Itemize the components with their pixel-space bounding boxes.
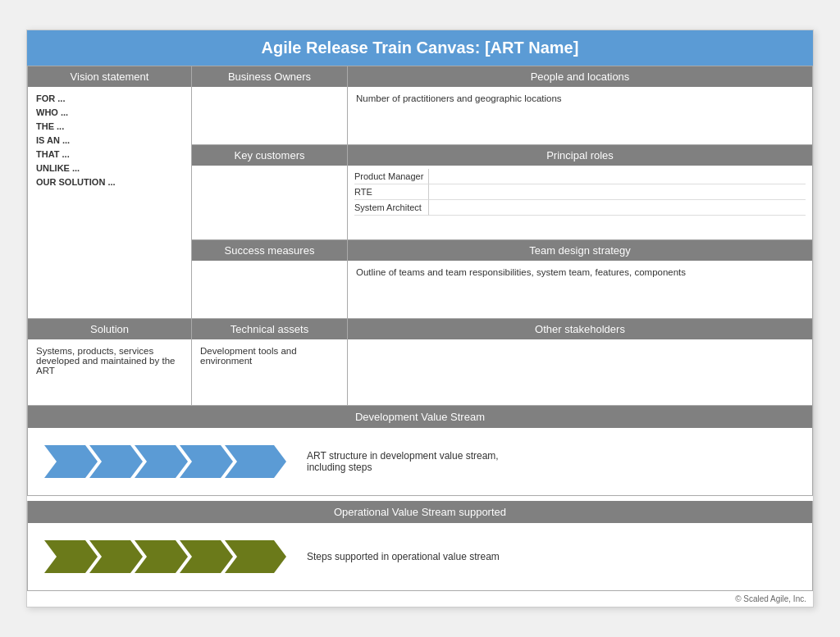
team-design-section: Team design strategy Outline of teams an… <box>348 240 812 319</box>
people-locations-section: People and locations Number of practitio… <box>348 66 812 145</box>
svg-marker-9 <box>225 540 286 573</box>
dev-arrows <box>44 441 290 482</box>
vision-line-6: UNLIKE ... <box>36 163 183 173</box>
business-owners-body <box>192 87 347 144</box>
op-value-stream-section: Operational Value Stream supported Steps… <box>27 501 813 591</box>
svg-marker-4 <box>225 445 286 478</box>
success-measures-body <box>192 261 347 318</box>
solution-section: Solution Systems, products, services dev… <box>28 319 192 406</box>
key-customers-body <box>192 166 347 239</box>
op-arrows <box>44 536 290 577</box>
success-measures-header: Success measures <box>192 240 347 261</box>
canvas-wrapper: Agile Release Train Canvas: [ART Name] V… <box>26 30 814 607</box>
other-stakeholders-body <box>348 339 812 405</box>
vision-line-4: IS AN ... <box>36 135 183 145</box>
team-design-body: Outline of teams and team responsibiliti… <box>348 261 812 318</box>
dev-value-stream-section: Development Value Stream ART structure i… <box>27 406 813 496</box>
vision-header: Vision statement <box>28 66 191 87</box>
vision-line-3: THE ... <box>36 121 183 131</box>
vision-line-5: THAT ... <box>36 149 183 159</box>
business-owners-section: Business Owners <box>192 66 348 145</box>
canvas-title: Agile Release Train Canvas: [ART Name] <box>27 30 813 66</box>
role-label-pm: Product Manager <box>354 169 428 184</box>
role-label-rte: RTE <box>354 184 428 200</box>
technical-assets-header: Technical assets <box>192 319 347 339</box>
dev-value-stream-text: ART structure in development value strea… <box>307 450 520 473</box>
vision-line-1: FOR ... <box>36 93 183 103</box>
key-customers-section: Key customers <box>192 145 348 240</box>
op-value-stream-text: Steps supported in operational value str… <box>307 551 500 562</box>
vision-line-2: WHO ... <box>36 107 183 117</box>
success-measures-section: Success measures <box>192 240 348 319</box>
vision-section: Vision statement FOR ... WHO ... THE ...… <box>28 66 192 319</box>
people-locations-header: People and locations <box>348 66 812 87</box>
role-value-rte <box>428 184 806 200</box>
dev-arrows-svg <box>44 441 290 482</box>
dev-value-stream-body: ART structure in development value strea… <box>28 428 812 495</box>
key-customers-header: Key customers <box>192 145 347 166</box>
team-design-header: Team design strategy <box>348 240 812 261</box>
role-value-sa <box>428 200 806 216</box>
svg-marker-5 <box>44 540 98 573</box>
role-label-sa: System Architect <box>354 200 428 216</box>
role-value-pm <box>428 169 806 184</box>
op-value-stream-header: Operational Value Stream supported <box>28 501 812 523</box>
op-value-stream-body: Steps supported in operational value str… <box>28 523 812 590</box>
solution-body: Systems, products, services developed an… <box>28 339 191 405</box>
dev-value-stream-header: Development Value Stream <box>28 406 812 428</box>
copyright: © Scaled Agile, Inc. <box>27 591 813 607</box>
principal-roles-header: Principal roles <box>348 145 812 166</box>
principal-roles-body: Product Manager RTE System Architect <box>348 166 812 219</box>
people-locations-body: Number of practitioners and geographic l… <box>348 87 812 144</box>
business-owners-header: Business Owners <box>192 66 347 87</box>
vision-body: FOR ... WHO ... THE ... IS AN ... THAT .… <box>28 87 191 267</box>
technical-assets-body: Development tools and environment <box>192 339 347 405</box>
op-arrows-svg <box>44 536 290 577</box>
main-grid: Vision statement FOR ... WHO ... THE ...… <box>27 66 813 406</box>
principal-roles-section: Principal roles Product Manager RTE Syst… <box>348 145 812 240</box>
technical-assets-section: Technical assets Development tools and e… <box>192 319 348 406</box>
other-stakeholders-section: Other stakeholders <box>348 319 812 406</box>
solution-header: Solution <box>28 319 191 339</box>
vision-line-7: OUR SOLUTION ... <box>36 177 183 187</box>
svg-marker-0 <box>44 445 98 478</box>
other-stakeholders-header: Other stakeholders <box>348 319 812 339</box>
